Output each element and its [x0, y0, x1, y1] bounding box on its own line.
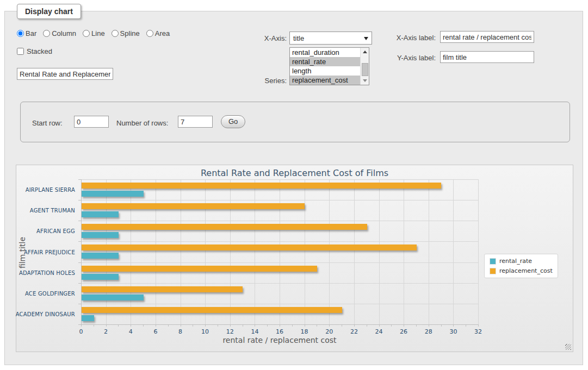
- chevron-down-icon: [364, 37, 368, 40]
- chart-x-axis-title: rental rate / replacement cost: [81, 336, 478, 344]
- series-option-rental_rate[interactable]: rental_rate: [290, 57, 360, 66]
- bar-replacement_cost: [82, 307, 342, 313]
- gridline: [379, 179, 380, 324]
- x-tick-label: 22: [350, 328, 358, 335]
- stacked-label: Stacked: [27, 47, 52, 55]
- x-tick-label: 30: [449, 328, 457, 335]
- go-button[interactable]: Go: [221, 115, 245, 128]
- category-label: AFFAIR PREJUDICE: [24, 249, 75, 255]
- x-tick-label: 20: [325, 328, 333, 335]
- chart-type-option-column: Column: [43, 29, 76, 37]
- series-select-label: Series:: [250, 77, 287, 85]
- chart-type-option-line: Line: [83, 29, 105, 37]
- bar-replacement_cost: [82, 203, 305, 209]
- x-tick-label: 28: [425, 328, 432, 335]
- series-option-replacement_cost[interactable]: replacement_cost: [290, 76, 360, 85]
- x-tick-label: 24: [375, 328, 383, 335]
- x-tick-label: 16: [276, 328, 283, 335]
- x-axis-label-input[interactable]: [440, 31, 534, 43]
- x-tick-label: 10: [201, 328, 209, 335]
- x-axis-label-caption: X-Axis label:: [386, 34, 436, 42]
- scroll-down-button[interactable]: [361, 77, 369, 85]
- x-axis-select[interactable]: title: [289, 32, 372, 45]
- bar-replacement_cost: [82, 244, 417, 250]
- gridline: [81, 179, 478, 180]
- y-axis-label-caption: Y-Axis label:: [386, 54, 436, 62]
- fieldset-legend: Display chart: [17, 4, 81, 19]
- bar-rental_rate: [82, 232, 119, 238]
- gridline: [329, 179, 330, 324]
- chart-type-option-area: Area: [146, 29, 170, 37]
- series-multiselect[interactable]: rental_durationrental_ratelengthreplacem…: [289, 47, 369, 85]
- gridline: [453, 179, 454, 324]
- gridline: [131, 179, 131, 324]
- chart-type-radio-area[interactable]: [146, 30, 153, 37]
- chart-type-radio-column[interactable]: [43, 30, 50, 37]
- scrollbar-thumb[interactable]: [362, 63, 368, 76]
- bar-replacement_cost: [82, 286, 243, 292]
- x-tick-label: 4: [129, 328, 133, 335]
- gridline: [230, 179, 231, 324]
- bar-rental_rate: [82, 315, 94, 321]
- gridline: [478, 179, 479, 324]
- gridline: [156, 179, 156, 324]
- x-tick-label: 32: [474, 328, 482, 335]
- chart-title-input[interactable]: [17, 68, 113, 80]
- legend-label: rental_rate: [499, 258, 532, 265]
- category-label: ADAPTATION HOLES: [19, 269, 75, 275]
- x-axis-line: [81, 324, 478, 325]
- x-tick-label: 0: [79, 328, 83, 335]
- chart-type-option-spline: Spline: [112, 29, 140, 37]
- gridline: [255, 179, 255, 324]
- chart-type-label: Area: [155, 29, 170, 37]
- chart-type-radio-line[interactable]: [83, 30, 90, 37]
- gridline: [305, 179, 305, 324]
- legend-item-replacement_cost[interactable]: replacement_cost: [490, 267, 553, 274]
- chart-type-radios: BarColumnLineSplineArea: [17, 29, 174, 37]
- chart-title: Rental Rate and Replacement Cost of Film…: [16, 168, 573, 178]
- resize-handle-icon[interactable]: [565, 344, 571, 350]
- scroll-up-button[interactable]: [361, 48, 369, 56]
- gridline: [429, 179, 429, 324]
- chart-legend: rental_ratereplacement_cost: [484, 254, 558, 278]
- x-tick-label: 8: [178, 328, 182, 335]
- scroll-down-icon: [363, 79, 367, 82]
- category-label: ACE GOLDFINGER: [25, 290, 75, 296]
- x-tick-label: 14: [251, 328, 258, 335]
- x-tick-label: 12: [226, 328, 234, 335]
- gridline: [81, 221, 478, 221]
- start-row-input[interactable]: [74, 116, 109, 128]
- chart-type-label: Column: [52, 29, 76, 37]
- gridline: [404, 179, 404, 324]
- stacked-checkbox[interactable]: [17, 48, 24, 55]
- y-axis-label-input[interactable]: [440, 51, 534, 63]
- gridline: [81, 200, 478, 200]
- bar-replacement_cost: [82, 183, 441, 189]
- legend-label: replacement_cost: [499, 267, 553, 274]
- gridline: [81, 241, 478, 242]
- x-tick-label: 6: [153, 328, 157, 335]
- gridline: [181, 179, 181, 324]
- y-axis-line: [81, 179, 82, 324]
- category-label: ACADEMY DINOSAUR: [16, 311, 75, 317]
- chart-type-radio-bar[interactable]: [17, 30, 24, 37]
- series-scrollbar[interactable]: [360, 48, 369, 85]
- chart-type-radio-spline[interactable]: [112, 30, 119, 37]
- bar-rental_rate: [82, 274, 119, 280]
- start-row-label: Start row:: [32, 119, 63, 127]
- bar-rental_rate: [82, 253, 119, 259]
- row-range-panel: Start row: Number of rows: Go: [20, 102, 570, 142]
- legend-item-rental_rate[interactable]: rental_rate: [490, 258, 553, 265]
- chart-canvas: Rental Rate and Replacement Cost of Film…: [16, 165, 573, 352]
- bar-replacement_cost: [82, 224, 367, 230]
- series-option-rental_duration[interactable]: rental_duration: [290, 48, 360, 57]
- chart-type-option-bar: Bar: [17, 29, 36, 37]
- app-root: Display chart BarColumnLineSplineArea St…: [0, 0, 588, 370]
- scroll-up-icon: [363, 51, 367, 53]
- legend-swatch-replacement_cost: [490, 268, 496, 274]
- gridline: [81, 262, 478, 263]
- gridline: [81, 283, 478, 284]
- series-option-length[interactable]: length: [290, 66, 360, 76]
- num-rows-input[interactable]: [178, 116, 213, 128]
- series-options: rental_durationrental_ratelengthreplacem…: [290, 48, 360, 85]
